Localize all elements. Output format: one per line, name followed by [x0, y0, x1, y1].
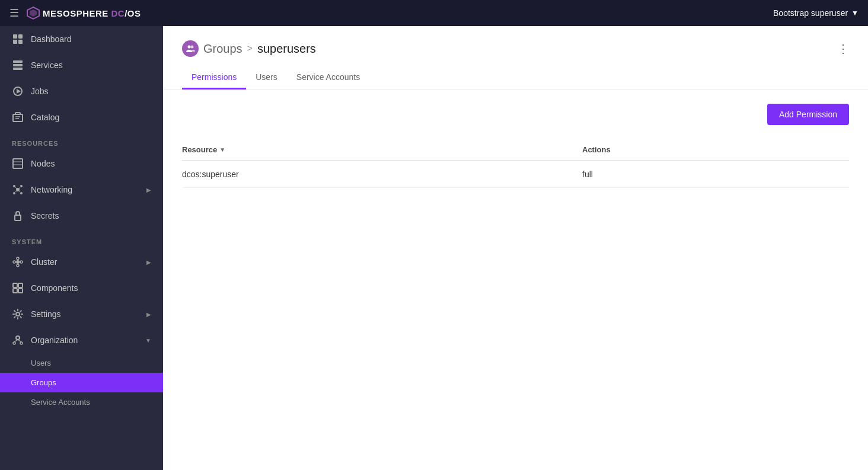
- sidebar-sub-item-groups[interactable]: Groups: [0, 373, 163, 392]
- sidebar-item-networking[interactable]: Networking ▶: [0, 177, 163, 203]
- groups-sub-label: Groups: [31, 378, 56, 387]
- catalog-icon: [12, 111, 24, 123]
- sidebar-item-components[interactable]: Components: [0, 275, 163, 301]
- jobs-label: Jobs: [31, 87, 49, 96]
- svg-rect-8: [13, 68, 23, 70]
- sidebar-item-secrets[interactable]: Secrets: [0, 203, 163, 229]
- svg-line-22: [15, 187, 17, 188]
- svg-line-25: [19, 191, 20, 192]
- svg-rect-39: [18, 289, 23, 293]
- cluster-label: Cluster: [31, 257, 57, 267]
- svg-point-18: [13, 185, 15, 187]
- sidebar: Dashboard Services Jobs: [0, 26, 163, 470]
- svg-point-41: [16, 336, 20, 340]
- tab-permissions[interactable]: Permissions: [182, 66, 246, 89]
- svg-point-42: [13, 342, 15, 344]
- services-label: Services: [31, 60, 63, 70]
- svg-marker-10: [17, 89, 21, 94]
- svg-rect-14: [13, 159, 23, 168]
- svg-rect-37: [18, 283, 23, 287]
- settings-label: Settings: [31, 309, 61, 319]
- sidebar-sub-item-users[interactable]: Users: [0, 353, 163, 373]
- svg-point-47: [191, 46, 194, 49]
- dashboard-label: Dashboard: [31, 34, 72, 44]
- cluster-icon: [12, 256, 24, 268]
- breadcrumb: Groups > superusers ⋮: [182, 40, 849, 57]
- resource-cell: dcos:superuser: [182, 161, 582, 188]
- jobs-icon: [12, 85, 24, 97]
- sidebar-item-settings[interactable]: Settings ▶: [0, 301, 163, 327]
- resource-column-header[interactable]: Resource ▼: [182, 139, 582, 161]
- table-row: dcos:superuserfull: [182, 161, 849, 188]
- svg-marker-1: [30, 9, 37, 17]
- sidebar-item-services[interactable]: Services: [0, 52, 163, 78]
- settings-arrow-icon: ▶: [146, 311, 151, 318]
- breadcrumb-separator: >: [247, 43, 253, 54]
- sidebar-item-dashboard[interactable]: Dashboard: [0, 26, 163, 52]
- actions-header-label: Actions: [582, 145, 611, 154]
- secrets-label: Secrets: [31, 211, 59, 220]
- sidebar-sub-item-service-accounts[interactable]: Service Accounts: [0, 392, 163, 412]
- add-permission-row: Add Permission: [182, 104, 849, 125]
- svg-point-46: [188, 46, 191, 49]
- svg-rect-3: [18, 34, 23, 39]
- user-menu-chevron-icon[interactable]: ▼: [851, 9, 859, 17]
- svg-point-43: [20, 342, 23, 344]
- organization-arrow-icon: ▼: [145, 337, 151, 344]
- nodes-icon: [12, 158, 24, 170]
- svg-line-23: [19, 187, 20, 188]
- nodes-label: Nodes: [31, 159, 55, 168]
- service-accounts-sub-label: Service Accounts: [31, 398, 90, 407]
- add-permission-button[interactable]: Add Permission: [767, 104, 849, 125]
- svg-rect-4: [13, 40, 17, 44]
- dashboard-icon: [12, 33, 24, 45]
- logo-text: MESOSPHERE DC/OS: [43, 8, 141, 18]
- user-label: Bootstrap superuser: [773, 8, 848, 18]
- svg-rect-7: [13, 64, 23, 66]
- sidebar-item-jobs[interactable]: Jobs: [0, 78, 163, 104]
- services-icon: [12, 59, 24, 71]
- hamburger-menu-icon[interactable]: ☰: [9, 7, 19, 20]
- tab-service-accounts[interactable]: Service Accounts: [287, 66, 369, 89]
- organization-icon: [12, 334, 24, 346]
- components-icon: [12, 282, 24, 294]
- sidebar-item-catalog[interactable]: Catalog: [0, 104, 163, 130]
- svg-point-29: [20, 261, 23, 263]
- svg-rect-36: [13, 283, 17, 287]
- secrets-icon: [12, 210, 24, 222]
- svg-point-31: [17, 264, 19, 267]
- mesosphere-logo-icon: [26, 6, 40, 20]
- svg-point-27: [16, 260, 20, 264]
- group-avatar-icon: [182, 40, 199, 57]
- sidebar-item-cluster[interactable]: Cluster ▶: [0, 249, 163, 275]
- settings-icon: [12, 308, 24, 320]
- page-title: superusers: [257, 42, 316, 56]
- svg-rect-5: [18, 40, 23, 44]
- sidebar-item-nodes[interactable]: Nodes: [0, 151, 163, 177]
- svg-point-21: [20, 192, 23, 194]
- more-options-icon[interactable]: ⋮: [837, 43, 849, 55]
- svg-point-20: [13, 192, 15, 194]
- networking-arrow-icon: ▶: [146, 187, 151, 193]
- actions-column-header: Actions: [582, 139, 849, 161]
- networking-icon: [12, 184, 24, 196]
- svg-point-40: [16, 312, 20, 316]
- breadcrumb-groups-link[interactable]: Groups: [203, 42, 242, 56]
- content-area: Add Permission Resource ▼ Actions: [163, 89, 868, 470]
- logo: MESOSPHERE DC/OS: [26, 6, 141, 20]
- svg-point-30: [17, 257, 19, 260]
- sort-icon: ▼: [219, 146, 225, 153]
- svg-rect-6: [13, 60, 23, 63]
- networking-label: Networking: [31, 185, 72, 194]
- sidebar-item-organization[interactable]: Organization ▼: [0, 327, 163, 353]
- page-header: Groups > superusers ⋮ Permissions Users …: [163, 26, 868, 89]
- svg-rect-38: [13, 289, 17, 293]
- svg-point-28: [13, 261, 15, 263]
- organization-label: Organization: [31, 335, 78, 345]
- svg-point-19: [20, 185, 23, 187]
- svg-line-24: [15, 191, 17, 192]
- components-label: Components: [31, 283, 78, 293]
- tab-users[interactable]: Users: [246, 66, 287, 89]
- svg-line-44: [14, 340, 18, 342]
- actions-cell: full: [582, 161, 849, 188]
